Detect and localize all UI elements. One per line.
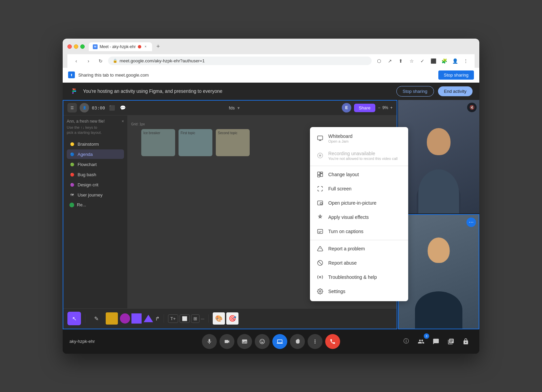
sidebar-item-designcrit[interactable]: 🟣 Design crit (67, 180, 124, 189)
sidebar-item-agenda[interactable]: 🔵 Agenda (67, 149, 124, 159)
triangle-shape[interactable] (144, 315, 153, 322)
folder-shape[interactable] (106, 312, 118, 325)
external-link-icon[interactable]: ↗ (385, 56, 395, 66)
activities-button[interactable] (444, 335, 458, 348)
menu-item-settings[interactable]: Settings (310, 284, 408, 298)
square-shape[interactable] (131, 313, 142, 324)
canvas-card-firsttopic: First topic (179, 129, 212, 156)
meet-right-controls: ⓘ 3 (399, 335, 473, 348)
tab-close-button[interactable]: × (143, 44, 148, 49)
figma-icon (69, 86, 79, 96)
captions-icon (317, 228, 324, 235)
cast-icon[interactable]: ⬡ (374, 56, 384, 66)
sidebar-item-bugbash[interactable]: 🔴 Bug bash (67, 170, 124, 179)
stop-sharing-meet-button[interactable]: Stop sharing (396, 86, 434, 97)
maximize-window-button[interactable] (80, 44, 85, 49)
zoom-out-icon[interactable]: − (378, 105, 380, 110)
bugbash-icon: 🔴 (69, 172, 75, 177)
camera-button[interactable] (220, 334, 234, 349)
person-1-head (427, 128, 451, 155)
text-tool[interactable]: T+ (168, 314, 178, 323)
whiteboard-subtitle: Open a Jam (328, 139, 353, 143)
more-options-video-btn[interactable]: ⋯ (466, 218, 476, 227)
microphone-button[interactable] (202, 334, 217, 349)
person-2-head (428, 238, 450, 263)
container-tool[interactable]: ⬜ (180, 314, 190, 323)
menu-item-whiteboard[interactable]: Whiteboard Open a Jam (310, 130, 408, 147)
mute-icon-1: 🔇 (467, 103, 477, 112)
sidebar-close-icon[interactable]: × (122, 119, 124, 124)
profile-icon[interactable]: 👤 (450, 56, 460, 66)
layout-label: Change layout (328, 172, 359, 177)
emoji-button[interactable] (255, 334, 270, 349)
grammarly-icon[interactable]: ✓ (418, 56, 427, 66)
captions-control-button[interactable] (237, 334, 252, 349)
menu-item-effects[interactable]: Apply visual effects (310, 210, 408, 224)
extensions-icon[interactable]: ⬛ (429, 56, 438, 66)
minimize-window-button[interactable] (74, 44, 78, 49)
sidebar-item-flowchart[interactable]: 🟢 Flowchart (67, 160, 124, 169)
address-bar[interactable]: 🔒 meet.google.com/aky-hzpk-ehr?authuser=… (108, 57, 372, 65)
person-2-video (399, 215, 479, 329)
stop-sharing-chrome-button[interactable]: Stop sharing (438, 70, 474, 80)
file-dropdown-icon[interactable]: ▾ (237, 105, 240, 110)
sidebar-item-label: Bug bash (78, 172, 96, 177)
raise-hand-button[interactable] (290, 334, 305, 349)
close-window-button[interactable] (67, 44, 72, 49)
figma-menu-button[interactable]: ☰ (67, 103, 77, 112)
menu-item-fullscreen[interactable]: Full screen (310, 182, 408, 196)
table-tool[interactable]: ⊞ (191, 314, 200, 323)
sidebar-item-userjourney[interactable]: 🗺 User journey (67, 190, 124, 200)
lock-button[interactable] (459, 335, 473, 348)
present-button[interactable] (272, 334, 287, 349)
end-activity-button[interactable]: End activity (438, 86, 473, 96)
sticker-tools: 🎨 🎯 (213, 312, 238, 325)
sidebar-item-brainstorm[interactable]: 🟡 Brainstorm (67, 139, 124, 149)
figma-user-avatar: 👤 (80, 103, 89, 112)
forward-button[interactable]: › (84, 56, 93, 66)
recording-subtitle: You're not allowed to record this video … (328, 157, 398, 161)
whiteboard-content: Whiteboard Open a Jam (328, 133, 353, 143)
menu-separator-1 (310, 166, 408, 166)
menu-item-captions[interactable]: Turn on captions (310, 224, 408, 239)
puzzle-icon[interactable]: 🧩 (439, 56, 449, 66)
canvas-card-icebreaker: Ice breaker (141, 129, 175, 156)
circle-shape[interactable] (120, 313, 130, 324)
info-button[interactable]: ⓘ (399, 335, 413, 348)
menu-item-report-abuse[interactable]: Report abuse (310, 256, 408, 270)
chat-button[interactable] (429, 335, 443, 348)
report-problem-icon (317, 245, 324, 252)
refresh-button[interactable]: ↻ (96, 56, 105, 66)
sidebar-item-re[interactable]: Re... (67, 200, 124, 209)
select-tool[interactable]: ↖ (67, 312, 81, 325)
layout-icon[interactable]: ⬛ (108, 104, 116, 112)
share-icon[interactable]: ⬆ (396, 56, 405, 66)
menu-item-pip[interactable]: Open picture-in-picture (310, 196, 408, 210)
back-button[interactable]: ‹ (71, 56, 81, 66)
bookmark-icon[interactable]: ☆ (407, 56, 416, 66)
arrow-shape[interactable]: ↱ (155, 315, 160, 322)
toolbar-separator-3 (208, 314, 209, 323)
more-tools[interactable]: ··· (201, 316, 205, 321)
person-1-body (417, 180, 461, 213)
more-options-button[interactable] (308, 334, 322, 349)
menu-item-troubleshoot[interactable]: Troubleshooting & help (310, 270, 408, 284)
active-tab[interactable]: M Meet - aky-hzpk-ehr × (89, 42, 152, 51)
sticker-1[interactable]: 🎨 (213, 312, 225, 325)
sidebar-item-label: Design crit (78, 182, 98, 187)
menu-item-report-problem[interactable]: Report a problem (310, 242, 408, 256)
end-call-button[interactable] (325, 334, 340, 349)
svg-rect-10 (320, 203, 322, 204)
comment-icon[interactable]: 💬 (119, 104, 127, 112)
effects-label: Apply visual effects (328, 214, 369, 220)
menu-item-layout[interactable]: Change layout (310, 167, 408, 182)
dropdown-menu: Whiteboard Open a Jam Recording unavaila… (310, 127, 408, 301)
pen-tool[interactable]: ✎ (89, 312, 103, 325)
chrome-menu-icon[interactable]: ⋮ (461, 56, 471, 66)
zoom-in-icon[interactable]: + (390, 105, 393, 110)
sticker-2[interactable]: 🎯 (226, 312, 238, 325)
people-button[interactable]: 3 (414, 335, 428, 348)
figma-share-button[interactable]: Share (354, 104, 375, 112)
figma-current-user-btn[interactable]: E (342, 103, 351, 112)
new-tab-button[interactable]: + (153, 42, 163, 51)
